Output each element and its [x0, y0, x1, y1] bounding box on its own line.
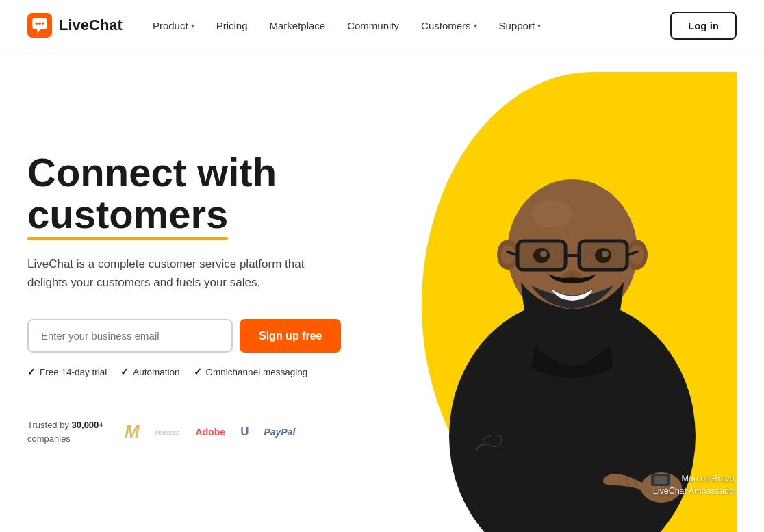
perk-omnichannel: ✓ Omnichannel messaging	[194, 366, 308, 377]
header: LiveChat Product ▾ Pricing Marketplace C…	[0, 0, 764, 51]
hero-subtitle: LiveChat is a complete customer service …	[27, 255, 322, 292]
paypal-logo: PayPal	[264, 427, 295, 438]
trust-label: Trusted by 30,000+ companies	[27, 418, 104, 445]
nav-marketplace[interactable]: Marketplace	[259, 14, 335, 37]
support-arrow-icon: ▾	[537, 22, 541, 29]
hero-right: Marcos Bravo, LiveChat Ambassador	[383, 51, 737, 532]
product-arrow-icon: ▾	[191, 22, 194, 29]
nav-customers[interactable]: Customers ▾	[411, 14, 487, 37]
main-nav: Product ▾ Pricing Marketplace Community …	[143, 14, 670, 37]
ambassador-illustration	[415, 94, 730, 532]
trust-section: Trusted by 30,000+ companies M Mercedes-…	[27, 418, 356, 445]
svg-point-23	[602, 251, 609, 257]
email-input[interactable]	[27, 319, 233, 353]
ambassador-container: Marcos Bravo, LiveChat Ambassador	[408, 80, 737, 532]
nav-support[interactable]: Support ▾	[489, 14, 551, 37]
hero-title: Connect with customers	[27, 152, 356, 236]
logo-link[interactable]: LiveChat	[27, 13, 123, 38]
hero-title-underlined: customers	[27, 192, 228, 236]
check-icon-3: ✓	[194, 366, 202, 377]
livechat-logo-icon	[27, 13, 52, 38]
check-icon-1: ✓	[27, 366, 36, 377]
login-button[interactable]: Log in	[670, 12, 737, 40]
ambassador-label: Marcos Bravo, LiveChat Ambassador	[653, 472, 737, 498]
mercedes-logo: Mercedes-Benz	[155, 424, 181, 440]
nav-product[interactable]: Product ▾	[143, 14, 204, 37]
header-right: Log in	[670, 12, 737, 40]
perk-trial: ✓ Free 14-day trial	[27, 366, 107, 377]
svg-point-2	[38, 23, 41, 25]
signup-button[interactable]: Sign up free	[240, 319, 341, 353]
logo-text: LiveChat	[59, 16, 123, 34]
customers-arrow-icon: ▾	[474, 22, 477, 29]
perk-automation: ✓ Automation	[120, 366, 179, 377]
svg-point-1	[36, 23, 38, 25]
svg-text:Mercedes-Benz: Mercedes-Benz	[155, 429, 181, 436]
nav-community[interactable]: Community	[338, 14, 409, 37]
svg-point-22	[540, 251, 547, 257]
hero-left: Connect with customers LiveChat is a com…	[27, 51, 383, 532]
signup-form: Sign up free	[27, 319, 356, 353]
unilever-logo: U	[240, 425, 249, 439]
check-icon-2: ✓	[120, 366, 129, 377]
main-content: Connect with customers LiveChat is a com…	[0, 51, 764, 532]
perks-list: ✓ Free 14-day trial ✓ Automation ✓ Omnic…	[27, 366, 356, 377]
mcdonalds-logo: M	[125, 421, 140, 442]
nav-pricing[interactable]: Pricing	[207, 14, 257, 37]
adobe-logo: Adobe	[196, 427, 226, 438]
company-logos: M Mercedes-Benz Adobe U PayPal	[125, 421, 295, 442]
svg-point-8	[531, 200, 572, 227]
svg-point-3	[42, 23, 44, 25]
